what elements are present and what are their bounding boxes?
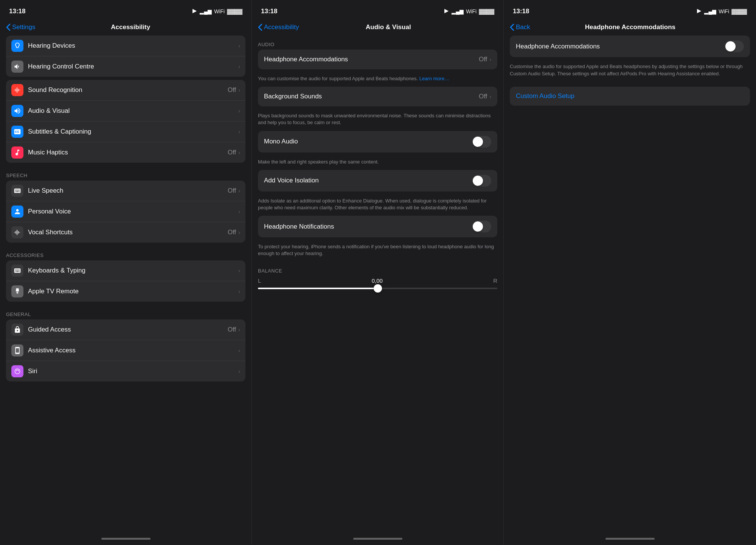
home-bar: [101, 538, 151, 540]
mono-audio-row: Mono Audio: [258, 131, 497, 153]
sound-recognition-item[interactable]: Sound Recognition Off ›: [6, 80, 245, 101]
music-haptics-label: Music Haptics: [28, 149, 228, 156]
home-indicator-left: [0, 532, 251, 545]
siri-label: Siri: [28, 367, 238, 375]
keyboard-icon: [11, 185, 23, 197]
hearing-control-centre-item[interactable]: Hearing Control Centre ›: [6, 56, 245, 77]
chevron-icon: ›: [238, 43, 240, 49]
balance-slider-track[interactable]: [258, 288, 497, 289]
keyboard2-icon: [11, 265, 23, 277]
battery-icon: ▓▓▓▓: [227, 8, 242, 14]
back-button-right[interactable]: Back: [510, 23, 530, 31]
vocal-shortcuts-value: Off: [228, 229, 236, 236]
assistive-access-label: Assistive Access: [28, 347, 238, 354]
person-icon: [11, 206, 23, 218]
custom-audio-setup-row[interactable]: Custom Audio Setup: [510, 87, 750, 106]
headphone-accommodations-desc: You can customise the audio for supporte…: [252, 72, 503, 84]
toggle-thumb: [473, 176, 483, 186]
background-sounds-desc: Plays background sounds to mask unwanted…: [252, 109, 503, 128]
status-icons-right: ⯈ ▂▄▆ WiFi ▓▓▓▓: [697, 8, 747, 14]
back-button-middle[interactable]: Accessibility: [258, 23, 299, 31]
nav-title-right: Headphone Accommodations: [533, 23, 727, 31]
apple-tv-remote-item[interactable]: Apple TV Remote ›: [6, 281, 245, 302]
apple-tv-remote-label: Apple TV Remote: [28, 288, 238, 295]
lock-icon: [11, 324, 23, 336]
live-speech-item[interactable]: Live Speech Off ›: [6, 181, 245, 201]
keyboards-typing-item[interactable]: Keyboards & Typing ›: [6, 260, 245, 281]
balance-slider-thumb[interactable]: [374, 284, 382, 293]
speaker-icon: [11, 61, 23, 73]
personal-voice-item[interactable]: Personal Voice ›: [6, 201, 245, 222]
headphone-accommodations-description: Customise the audio for supported Apple …: [504, 60, 756, 84]
general-group: Guided Access Off › Assistive Access › S…: [6, 319, 245, 382]
waveform-icon: [11, 84, 23, 96]
general-section-header: GENERAL: [0, 305, 251, 319]
chevron-icon: ›: [238, 347, 240, 353]
balance-slider-fill: [258, 288, 378, 289]
middle-scroll-content: AUDIO Headphone Accommodations Off › You…: [252, 36, 503, 532]
voice-isolation-toggle[interactable]: [472, 175, 491, 187]
waveform2-icon: [11, 226, 23, 238]
chevron-icon: ›: [238, 229, 240, 235]
sound-recognition-label: Sound Recognition: [28, 86, 228, 94]
background-sounds-row[interactable]: Background Sounds Off ›: [258, 87, 497, 106]
audio-section-label: AUDIO: [252, 36, 503, 50]
subtitles-captioning-item[interactable]: Subtitles & Captioning ›: [6, 121, 245, 142]
nav-bar-left: Settings Accessibility: [0, 20, 251, 36]
ear-icon: [11, 40, 23, 52]
status-icons-left: ⯈ ▂▄▆ WiFi ▓▓▓▓: [192, 8, 242, 14]
music-haptics-item[interactable]: Music Haptics Off ›: [6, 142, 245, 163]
chevron-icon: ›: [238, 268, 240, 274]
time-left: 13:18: [9, 8, 25, 15]
wifi-icon: WiFi: [719, 8, 729, 14]
left-panel: 13:18 ⯈ ▂▄▆ WiFi ▓▓▓▓ Settings Accessibi…: [0, 0, 252, 545]
headphone-notifications-label: Headphone Notifications: [264, 223, 472, 230]
headphone-accommodations-main-label: Headphone Accommodations: [516, 43, 725, 50]
captions-icon: [11, 126, 23, 138]
hearing-devices-item[interactable]: Hearing Devices ›: [6, 36, 245, 56]
home-indicator-middle: [252, 532, 503, 545]
vocal-shortcuts-label: Vocal Shortcuts: [28, 229, 228, 236]
siri-item[interactable]: Siri ›: [6, 361, 245, 382]
signal-icon: ▂▄▆: [452, 8, 464, 14]
personal-voice-label: Personal Voice: [28, 208, 238, 215]
battery-icon: ▓▓▓▓: [479, 8, 494, 14]
chevron-icon: ›: [238, 288, 240, 294]
nav-bar-middle: Accessibility Audio & Visual: [252, 20, 503, 36]
left-scroll-content: Hearing Devices › Hearing Control Centre…: [0, 36, 251, 532]
headphone-accommodations-toggle-group: Headphone Accommodations: [510, 36, 750, 57]
time-right: 13:18: [513, 8, 529, 15]
chevron-icon: ›: [489, 93, 491, 100]
status-bar-middle: 13:18 ⯈ ▂▄▆ WiFi ▓▓▓▓: [252, 0, 503, 20]
chevron-icon: ›: [238, 87, 240, 93]
mono-audio-toggle[interactable]: [472, 136, 491, 148]
toggle-thumb: [473, 137, 483, 147]
nav-title-left: Accessibility: [38, 23, 223, 31]
assistive-access-item[interactable]: Assistive Access ›: [6, 340, 245, 361]
background-sounds-value: Off: [479, 93, 487, 100]
time-middle: 13:18: [261, 8, 277, 15]
right-panel: 13:18 ⯈ ▂▄▆ WiFi ▓▓▓▓ Back Headphone Acc…: [504, 0, 756, 545]
chevron-icon: ›: [238, 368, 240, 374]
location-icon: ⯈: [192, 8, 197, 14]
subtitles-captioning-label: Subtitles & Captioning: [28, 128, 238, 135]
voice-isolation-group: Add Voice Isolation: [258, 170, 497, 192]
headphone-accommodations-main-toggle[interactable]: [725, 40, 744, 52]
audio-visual-item[interactable]: Audio & Visual ›: [6, 101, 245, 121]
hearing-devices-label: Hearing Devices: [28, 42, 238, 50]
chevron-icon: ›: [238, 129, 240, 135]
headphone-notifications-toggle[interactable]: [472, 221, 491, 232]
phone-icon: [11, 344, 23, 357]
headphone-notifications-group: Headphone Notifications: [258, 216, 497, 237]
learn-more-link[interactable]: Learn more…: [419, 76, 449, 81]
music-haptics-value: Off: [228, 149, 236, 156]
accessories-group: Keyboards & Typing › Apple TV Remote ›: [6, 260, 245, 302]
headphone-accommodations-toggle-row: Headphone Accommodations: [510, 36, 750, 57]
headphone-accommodations-row[interactable]: Headphone Accommodations Off ›: [258, 50, 497, 69]
guided-access-value: Off: [228, 326, 236, 333]
voice-isolation-row: Add Voice Isolation: [258, 170, 497, 192]
back-button-left[interactable]: Settings: [6, 23, 35, 31]
vocal-shortcuts-item[interactable]: Vocal Shortcuts Off ›: [6, 222, 245, 243]
toggle-thumb: [725, 41, 736, 51]
guided-access-item[interactable]: Guided Access Off ›: [6, 319, 245, 340]
